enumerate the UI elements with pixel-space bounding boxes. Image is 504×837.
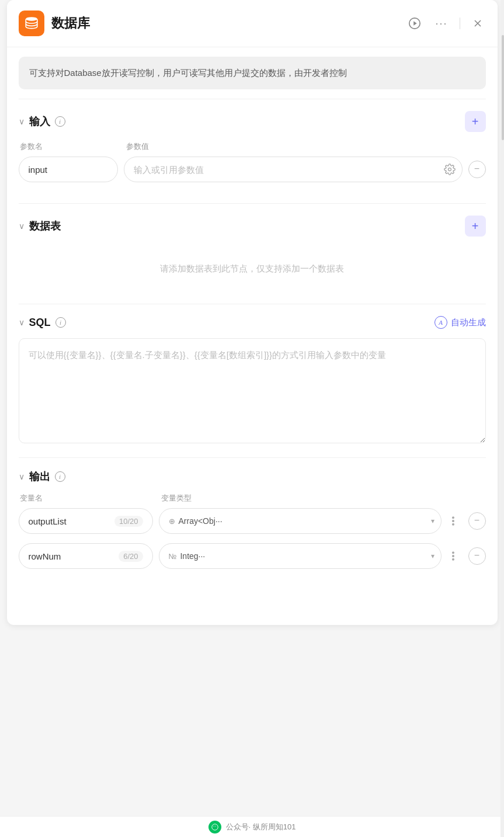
output-type-box-outputlist[interactable]: ⊕ Array<Obj··· <box>159 508 442 534</box>
sql-auto-icon: A <box>435 316 447 329</box>
output-params-header: 变量名 变量类型 <box>19 493 486 503</box>
output-remove-button-rownum[interactable]: − <box>468 547 486 565</box>
output-row-rownum: rowNum 6/20 № Integ··· ▾ <box>19 543 486 569</box>
sql-section-header-left: ∨ SQL i <box>19 317 66 329</box>
panel-header: 数据库 ··· <box>7 0 498 47</box>
sql-textarea[interactable] <box>19 338 486 443</box>
svg-point-5 <box>448 168 451 171</box>
svg-point-7 <box>452 520 454 522</box>
play-button[interactable] <box>406 15 423 32</box>
param-name-input[interactable] <box>19 157 118 182</box>
sql-section-title: SQL <box>29 317 51 329</box>
sql-chevron-icon: ∨ <box>19 318 25 327</box>
output-config-button-outputlist[interactable] <box>447 512 465 530</box>
header-divider <box>460 18 460 29</box>
output-type-text-outputlist: Array<Obj··· <box>179 516 420 526</box>
database-icon <box>19 11 44 36</box>
datatable-section-header-left: ∨ 数据表 <box>19 219 61 233</box>
output-section-header: ∨ 输出 i <box>19 470 486 484</box>
svg-point-9 <box>452 552 454 554</box>
output-section-header-left: ∨ 输出 i <box>19 470 65 484</box>
output-name-box-outputlist: outputList 10/20 <box>19 508 153 534</box>
sql-section: ∨ SQL i A 自动生成 <box>7 304 498 457</box>
datatable-chevron-icon: ∨ <box>19 221 25 231</box>
datatable-section-title: 数据表 <box>29 219 61 233</box>
output-section: ∨ 输出 i 变量名 变量类型 outputList 10/20 ⊕ Array… <box>7 458 498 625</box>
output-row-outputlist: outputList 10/20 ⊕ Array<Obj··· ▾ <box>19 508 486 534</box>
output-varname-label: 变量名 <box>20 493 154 503</box>
scrollbar-thumb[interactable] <box>502 35 504 140</box>
close-button[interactable] <box>470 15 486 32</box>
sql-info-icon: i <box>55 317 66 328</box>
input-param-row: − <box>19 157 486 182</box>
output-name-box-rownum: rowNum 6/20 <box>19 543 153 569</box>
output-type-box-rownum[interactable]: № Integ··· <box>159 543 442 569</box>
datatable-section-header: ∨ 数据表 + <box>19 216 486 237</box>
output-name-text-outputlist: outputList <box>29 516 67 526</box>
param-settings-button[interactable] <box>444 164 456 175</box>
input-section-header: ∨ 输入 i + <box>19 111 486 132</box>
svg-marker-2 <box>414 21 418 25</box>
datatable-empty-text: 请添加数据表到此节点，仅支持添加一个数据表 <box>160 263 344 273</box>
output-type-text-rownum: Integ··· <box>180 551 419 561</box>
sql-auto-generate-area[interactable]: A 自动生成 <box>435 316 486 329</box>
input-chevron-icon: ∨ <box>19 117 25 126</box>
output-type-icon-outputlist: ⊕ <box>169 517 175 526</box>
scrollbar-area[interactable] <box>500 0 504 837</box>
datatable-add-button[interactable]: + <box>465 216 486 237</box>
datatable-empty-state: 请添加数据表到此节点，仅支持添加一个数据表 <box>19 246 486 292</box>
svg-point-10 <box>452 555 454 557</box>
svg-point-0 <box>26 17 37 21</box>
output-type-icon-rownum: № <box>169 552 177 561</box>
svg-point-6 <box>452 517 454 519</box>
output-info-icon: i <box>55 471 65 482</box>
param-value-input[interactable] <box>124 157 463 182</box>
watermark-bar: 公众号· 纵所周知101 <box>0 816 504 837</box>
description-box: 可支持对Database放开读写控制，用户可读写其他用户提交的数据，由开发者控制 <box>19 57 486 89</box>
output-chevron-icon: ∨ <box>19 472 25 481</box>
output-action-btns-outputlist: − <box>447 512 486 530</box>
output-type-wrapper-rownum: № Integ··· ▾ <box>159 543 442 569</box>
param-value-label: 参数值 <box>126 141 485 152</box>
output-count-rownum: 6/20 <box>119 551 142 562</box>
datatable-section: ∨ 数据表 + 请添加数据表到此节点，仅支持添加一个数据表 <box>7 204 498 304</box>
sql-auto-generate-label: 自动生成 <box>451 317 486 328</box>
input-add-button[interactable]: + <box>465 111 486 132</box>
input-params-header: 参数名 参数值 <box>19 141 486 152</box>
param-remove-button[interactable]: − <box>468 161 486 178</box>
output-action-btns-rownum: − <box>447 547 486 565</box>
output-config-button-rownum[interactable] <box>447 547 465 565</box>
input-section: ∨ 输入 i + 参数名 参数值 − <box>7 99 498 203</box>
input-section-title: 输入 <box>29 114 50 128</box>
output-type-wrapper-outputlist: ⊕ Array<Obj··· ▾ <box>159 508 442 534</box>
output-section-title: 输出 <box>29 470 50 484</box>
wechat-icon <box>208 821 221 833</box>
svg-point-11 <box>452 559 454 561</box>
output-count-outputlist: 10/20 <box>114 516 143 527</box>
input-section-header-left: ∨ 输入 i <box>19 114 65 128</box>
input-info-icon: i <box>55 116 65 127</box>
param-name-label: 参数名 <box>20 141 119 152</box>
header-actions: ··· <box>406 15 485 32</box>
output-type-chevron-outputlist: ▾ <box>431 517 435 525</box>
svg-point-8 <box>452 524 454 526</box>
more-button[interactable]: ··· <box>433 15 450 32</box>
output-vartype-label: 变量类型 <box>161 493 485 503</box>
output-name-text-rownum: rowNum <box>29 551 61 561</box>
sql-section-header: ∨ SQL i A 自动生成 <box>19 316 486 329</box>
panel-title: 数据库 <box>51 15 406 32</box>
watermark-text: 公众号· 纵所周知101 <box>226 822 296 832</box>
param-value-wrapper <box>124 157 463 182</box>
output-type-chevron-rownum: ▾ <box>431 552 435 560</box>
output-remove-button-outputlist[interactable]: − <box>468 512 486 530</box>
